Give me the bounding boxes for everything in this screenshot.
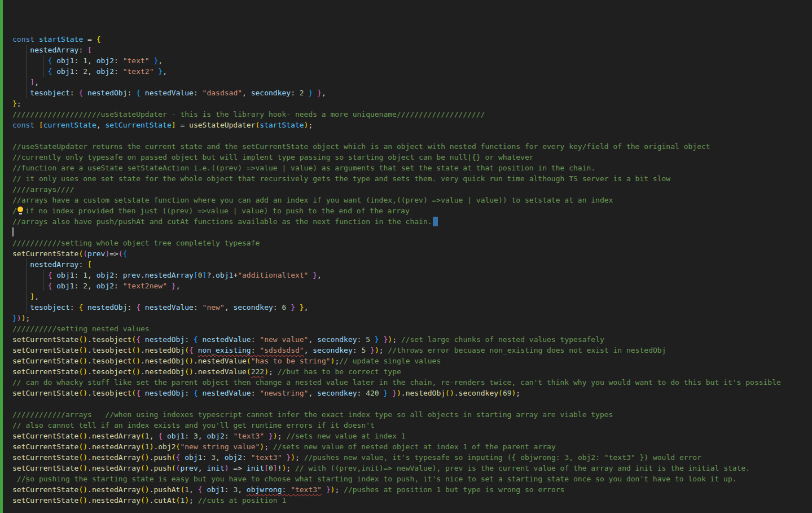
code-line[interactable]: // can do whacky stuff like set the pare… — [12, 377, 812, 388]
code-token: } — [379, 335, 388, 344]
code-line[interactable] — [12, 506, 812, 513]
code-line[interactable]: ////arrays//// — [12, 184, 812, 195]
code-line[interactable] — [12, 398, 812, 409]
code-line[interactable]: ], — [12, 291, 812, 302]
code-line[interactable]: })); — [12, 313, 812, 323]
code-token — [12, 303, 30, 312]
code-line[interactable]: setCurrentState().tesobject().nestedObj(… — [12, 366, 812, 377]
code-token: { — [136, 335, 145, 344]
code-token: ( — [141, 432, 145, 440]
code-line[interactable]: setCurrentState((prev)=>({ — [12, 248, 812, 259]
code-token: : — [251, 389, 260, 397]
code-token: , — [87, 282, 96, 290]
code-line[interactable]: setCurrentState().nestedArray().push((pr… — [12, 463, 812, 473]
code-line[interactable]: setCurrentState().tesobject({ nestedObj:… — [12, 388, 812, 398]
code-token: : — [225, 485, 234, 494]
code-token: ) — [185, 496, 189, 505]
code-token: { — [48, 56, 57, 65]
code-token: () — [141, 453, 150, 462]
code-area[interactable]: const startState = { nestedArray: [ { ob… — [12, 34, 812, 513]
code-token: //throws error becuase non_existing does… — [388, 346, 666, 354]
code-line[interactable]: ///////////setting whole object tree com… — [12, 238, 812, 248]
code-line[interactable]: //so pushing the starting state is easy … — [12, 473, 812, 484]
code-line[interactable]: //currently only typesafe on passed obje… — [12, 152, 812, 163]
code-token: () — [131, 367, 141, 376]
code-line[interactable]: setCurrentState().tesobject({ nestedObj:… — [12, 334, 812, 345]
code-line[interactable]: setCurrentState().nestedArray(1).obj2("n… — [12, 441, 812, 452]
code-line[interactable]: tesobject: { nestedObj: { nestedValue: "… — [12, 87, 812, 98]
code-token: setCurrentState — [12, 335, 78, 344]
code-token: //pushes at position 1 but type is wrong… — [344, 485, 564, 494]
code-line[interactable]: //arrays also have push/pushAt and cutAt… — [12, 216, 812, 227]
code-token: ( — [83, 249, 87, 258]
code-token: "new string value" — [180, 442, 260, 451]
code-token: tesobject — [92, 367, 131, 376]
code-line[interactable]: ], — [12, 77, 812, 87]
code-line[interactable]: { obj1: 1, obj2: "text" }, — [12, 55, 812, 66]
code-token: : — [242, 453, 251, 462]
code-line[interactable]: // also cannot tell if an index exists a… — [12, 420, 812, 431]
code-token: : — [225, 432, 234, 440]
code-token: () — [131, 357, 141, 365]
code-line[interactable]: ////////////////////useStateUpdater - th… — [12, 109, 812, 120]
code-line[interactable]: setCurrentState().nestedArray().pushAt(1… — [12, 484, 812, 495]
code-line[interactable]: /if no index provided then just ((prev) … — [12, 205, 812, 216]
indent-guide — [26, 302, 27, 313]
code-token: ) — [225, 464, 229, 472]
code-line[interactable]: nestedArray: [ — [12, 259, 812, 270]
code-line[interactable]: //function are a useState setStateAction… — [12, 163, 812, 173]
code-line[interactable] — [12, 130, 812, 141]
code-line[interactable]: ////////////arrays //when using indexes … — [12, 409, 812, 420]
code-line[interactable]: //arrays have a custom setstate function… — [12, 195, 812, 205]
code-line[interactable]: const startState = { — [12, 34, 812, 45]
code-token — [12, 89, 30, 97]
code-token: setCurrentState — [105, 121, 171, 129]
code-token: ( — [247, 367, 251, 376]
indent-guide — [26, 87, 27, 98]
code-token: , — [163, 67, 167, 76]
indent-guide — [26, 55, 27, 66]
code-line[interactable]: { obj1: 1, obj2: prev.nestedArray[0]?.ob… — [12, 270, 812, 280]
code-line[interactable]: }; — [12, 98, 812, 109]
code-token: () — [445, 389, 454, 397]
code-token: nestedArray — [92, 496, 141, 505]
code-line[interactable]: { obj1: 2, obj2: "text2new" }, — [12, 280, 812, 291]
code-line[interactable]: setCurrentState().nestedArray().push({ o… — [12, 452, 812, 463]
code-token: obj1 — [56, 271, 74, 279]
code-line[interactable]: const [currentState, setCurrentState] = … — [12, 120, 812, 130]
code-line[interactable]: { obj1: 2, obj2: "text2" }, — [12, 66, 812, 77]
code-token: 3 — [194, 432, 198, 440]
code-line[interactable]: setCurrentState().nestedArray(1, { obj1:… — [12, 431, 812, 441]
code-token: nestedValue — [145, 89, 194, 97]
code-line[interactable]: //useStateUpdater returns the current st… — [12, 141, 812, 152]
code-token: , — [176, 282, 181, 290]
code-token: , — [198, 464, 207, 472]
code-token: : — [74, 271, 84, 279]
code-line[interactable]: setCurrentState().nestedArray().cutAt(1)… — [12, 495, 812, 506]
code-token: tesobject — [30, 89, 69, 97]
code-token: () — [78, 442, 87, 451]
code-line[interactable]: setCurrentState().tesobject().nestedObj(… — [12, 345, 812, 356]
code-line[interactable]: nestedArray: [ — [12, 45, 812, 55]
code-token: obj1 — [56, 67, 74, 76]
code-token: : — [70, 303, 79, 312]
code-line[interactable]: tesobject: { nestedObj: { nestedValue: "… — [12, 302, 812, 313]
code-token: nestedObj — [145, 357, 185, 365]
code-token: } — [12, 99, 17, 108]
code-token: secondkey — [251, 89, 291, 97]
lightbulb-quickfix-icon[interactable] — [17, 207, 24, 214]
code-token: 1 — [83, 271, 87, 279]
code-line[interactable]: // it only uses one set state for the wh… — [12, 173, 812, 184]
code-token: , — [225, 303, 234, 312]
code-token: { — [78, 89, 87, 97]
code-token: : — [185, 389, 194, 397]
code-token: { — [189, 346, 198, 354]
code-line[interactable]: setCurrentState().tesobject().nestedObj(… — [12, 356, 812, 366]
code-token: } — [370, 335, 379, 344]
code-editor[interactable]: const startState = { nestedArray: [ { ob… — [0, 0, 812, 513]
code-token: ) — [291, 453, 295, 462]
code-line[interactable] — [12, 227, 812, 238]
code-token: : — [357, 335, 366, 344]
code-token: } — [154, 67, 163, 76]
code-line[interactable]: //////////setting nested values — [12, 323, 812, 334]
